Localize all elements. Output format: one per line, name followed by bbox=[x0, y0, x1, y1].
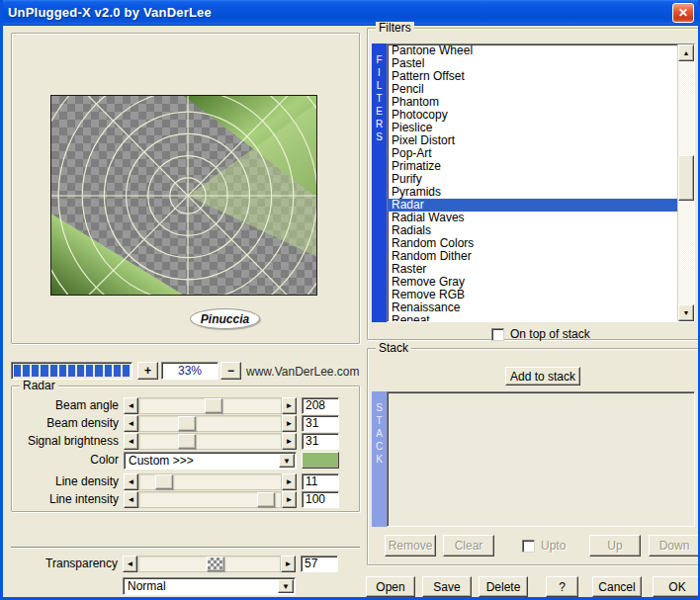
filter-list-item[interactable]: Pyramids bbox=[388, 186, 677, 199]
progress-bar bbox=[11, 362, 132, 380]
preview-panel: Pinuccia bbox=[11, 33, 360, 344]
cancel-button[interactable]: Cancel bbox=[592, 576, 642, 597]
slider-track[interactable] bbox=[138, 397, 282, 414]
filter-list-item[interactable]: Renaissance bbox=[388, 301, 677, 314]
param-value-field[interactable]: 208 bbox=[302, 397, 339, 414]
slider-right-arrow[interactable]: ► bbox=[282, 433, 297, 450]
slider-left-arrow[interactable]: ◄ bbox=[124, 473, 138, 490]
slider-track[interactable] bbox=[138, 433, 282, 450]
filters-scrollbar[interactable]: ▲ ▼ bbox=[677, 44, 694, 321]
zoom-out-button[interactable]: − bbox=[220, 362, 241, 380]
add-to-stack-button[interactable]: Add to stack bbox=[505, 367, 580, 386]
param-label: Line intensity bbox=[12, 491, 119, 508]
stack-list[interactable] bbox=[387, 391, 695, 527]
progress-segment bbox=[23, 365, 30, 377]
slider-right-arrow[interactable]: ► bbox=[282, 415, 297, 432]
slider-thumb[interactable] bbox=[178, 416, 196, 431]
progress-segment bbox=[14, 365, 21, 377]
close-button[interactable]: ✕ bbox=[672, 3, 694, 23]
progress-segment bbox=[95, 365, 102, 377]
param-row-signal-brightness: Signal brightness ◄ ► 31 bbox=[12, 433, 359, 450]
banner-letter: A bbox=[376, 427, 383, 440]
blend-mode-dropdown[interactable]: Normal ▼ bbox=[123, 577, 296, 595]
stack-group-label: Stack bbox=[376, 342, 411, 354]
slider-right-arrow[interactable]: ► bbox=[282, 491, 297, 508]
param-label: Transparency bbox=[11, 556, 118, 572]
slider-right-arrow[interactable]: ► bbox=[281, 556, 296, 572]
ok-button[interactable]: OK bbox=[653, 576, 700, 597]
filters-group: Filters FILTERS Pantone WheelPastelPatte… bbox=[367, 28, 699, 340]
param-row-beam-density: Beam density ◄ ► 31 bbox=[12, 415, 359, 432]
radar-group-label: Radar bbox=[20, 380, 58, 391]
progress-segment bbox=[41, 365, 47, 377]
slider-thumb[interactable] bbox=[155, 474, 173, 489]
color-dropdown[interactable]: Custom >>> ▼ bbox=[124, 452, 297, 470]
title-bar: UnPlugged-X v2.0 by VanDerLee ✕ bbox=[0, 0, 700, 26]
banner-letter: L bbox=[377, 79, 383, 92]
slider-track[interactable] bbox=[138, 415, 282, 432]
slider-left-arrow[interactable]: ◄ bbox=[124, 491, 138, 508]
slider-track[interactable] bbox=[137, 556, 281, 572]
filters-side-banner: FILTERS bbox=[372, 43, 387, 322]
param-value-field[interactable]: 31 bbox=[302, 415, 339, 432]
banner-letter: T bbox=[376, 92, 382, 105]
progress-segment bbox=[68, 365, 75, 377]
filters-list[interactable]: Pantone WheelPastelPattern OffsetPencilP… bbox=[387, 43, 695, 322]
slider-left-arrow[interactable]: ◄ bbox=[124, 433, 138, 450]
progress-segment bbox=[59, 365, 66, 377]
slider-track[interactable] bbox=[138, 491, 282, 508]
filter-list-item[interactable]: Pantone Wheel bbox=[388, 44, 677, 57]
slider-right-arrow[interactable]: ► bbox=[282, 473, 297, 490]
param-value-field[interactable]: 100 bbox=[302, 491, 339, 508]
param-value-field[interactable]: 11 bbox=[302, 473, 339, 490]
help-button[interactable]: ? bbox=[546, 576, 578, 597]
slider-thumb[interactable] bbox=[207, 557, 224, 571]
remove-button[interactable]: Remove bbox=[385, 535, 436, 557]
scrollbar-thumb[interactable] bbox=[678, 155, 694, 201]
watermark-badge: Pinuccia bbox=[190, 308, 260, 329]
filter-list-item[interactable]: Random Dither bbox=[388, 250, 677, 263]
param-value-field[interactable]: 31 bbox=[302, 433, 339, 450]
progress-segment bbox=[32, 365, 39, 377]
delete-button[interactable]: Delete bbox=[479, 576, 528, 597]
upto-label: Upto bbox=[541, 539, 566, 553]
banner-letter: S bbox=[376, 401, 383, 414]
banner-letter: F bbox=[376, 53, 382, 66]
slider-thumb[interactable] bbox=[178, 434, 196, 449]
param-value-field[interactable]: 57 bbox=[301, 556, 338, 572]
param-row-color: Color Custom >>> ▼ bbox=[12, 452, 359, 469]
filter-list-item[interactable]: Repeat bbox=[388, 314, 677, 322]
up-button[interactable]: Up bbox=[589, 535, 641, 557]
chevron-down-icon[interactable]: ▼ bbox=[279, 454, 295, 468]
chevron-down-icon[interactable]: ▼ bbox=[278, 579, 294, 593]
scroll-down-icon[interactable]: ▼ bbox=[678, 304, 694, 321]
slider-left-arrow[interactable]: ◄ bbox=[123, 556, 137, 572]
slider-right-arrow[interactable]: ► bbox=[282, 397, 297, 414]
param-label: Beam density bbox=[12, 415, 119, 432]
banner-letter: R bbox=[376, 118, 383, 130]
down-button[interactable]: Down bbox=[649, 535, 700, 557]
param-label: Signal brightness bbox=[12, 433, 119, 450]
website-label: www.VanDerLee.com bbox=[246, 365, 360, 379]
filter-list-item[interactable]: Primatize bbox=[388, 160, 677, 173]
slider-thumb[interactable] bbox=[257, 492, 275, 507]
save-button[interactable]: Save bbox=[422, 576, 472, 597]
on-top-of-stack-checkbox[interactable] bbox=[491, 328, 504, 341]
progress-segment bbox=[77, 365, 84, 377]
upto-checkbox[interactable] bbox=[522, 540, 535, 553]
zoom-level-field: 33% bbox=[161, 362, 219, 380]
open-button[interactable]: Open bbox=[366, 576, 415, 597]
preview-image[interactable] bbox=[50, 95, 317, 296]
clear-button[interactable]: Clear bbox=[443, 535, 494, 557]
stack-side-banner: STACK bbox=[372, 391, 387, 527]
slider-track[interactable] bbox=[138, 473, 282, 490]
color-swatch-button[interactable] bbox=[302, 452, 339, 469]
zoom-in-button[interactable]: + bbox=[137, 362, 158, 380]
slider-left-arrow[interactable]: ◄ bbox=[124, 415, 138, 432]
filter-list-item[interactable]: Pattern Offset bbox=[388, 70, 677, 83]
slider-left-arrow[interactable]: ◄ bbox=[124, 397, 138, 414]
param-label: Color bbox=[12, 452, 119, 469]
slider-thumb[interactable] bbox=[205, 398, 222, 413]
param-row-beam-angle: Beam angle ◄ ► 208 bbox=[12, 397, 359, 414]
scroll-up-icon[interactable]: ▲ bbox=[678, 44, 694, 61]
